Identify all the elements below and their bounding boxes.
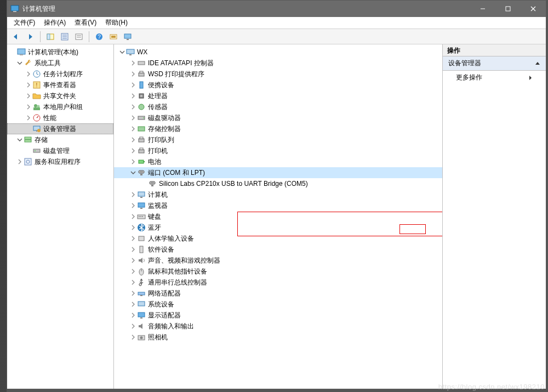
device-root[interactable]: WX	[114, 47, 442, 58]
printer-icon	[137, 70, 146, 78]
device-ports[interactable]: 端口 (COM 和 LPT)	[114, 167, 442, 178]
chevron-right-icon[interactable]	[129, 191, 137, 198]
device-bluetooth[interactable]: 蓝牙	[114, 222, 442, 233]
minimize-button[interactable]	[470, 1, 495, 17]
maximize-button[interactable]	[495, 1, 521, 17]
chevron-right-icon[interactable]	[25, 114, 32, 122]
device-network[interactable]: 网络适配器	[114, 288, 442, 299]
chevron-right-icon[interactable]	[129, 202, 137, 209]
menu-help[interactable]: 帮助(H)	[101, 17, 132, 29]
svg-rect-1	[13, 11, 16, 12]
chevron-down-icon[interactable]	[16, 59, 24, 67]
device-mice[interactable]: 鼠标和其他指针设备	[114, 266, 442, 277]
chevron-right-icon[interactable]	[129, 268, 137, 275]
tree-root[interactable]: 计算机管理(本地)	[7, 47, 113, 58]
list-button[interactable]	[72, 30, 85, 43]
chevron-right-icon[interactable]	[129, 114, 137, 122]
chevron-right-icon[interactable]	[129, 289, 137, 297]
tree-disk-management[interactable]: 磁盘管理	[7, 145, 113, 156]
device-sound[interactable]: 声音、视频和游戏控制器	[114, 255, 442, 266]
device-cpu[interactable]: 处理器	[114, 90, 442, 101]
expander-icon[interactable]	[9, 48, 17, 56]
menu-view[interactable]: 查看(V)	[70, 17, 101, 29]
device-software[interactable]: 软件设备	[114, 244, 442, 255]
chevron-right-icon[interactable]	[129, 70, 137, 78]
device-battery[interactable]: 电池	[114, 156, 442, 167]
chevron-right-icon[interactable]	[25, 70, 32, 78]
tree-label: 系统工具	[35, 59, 61, 68]
tree-storage[interactable]: 存储	[7, 134, 113, 145]
device-print-queues[interactable]: 打印队列	[114, 134, 442, 145]
close-button[interactable]	[521, 1, 546, 17]
tree-services[interactable]: 服务和应用程序	[7, 156, 113, 167]
console-tree[interactable]: 计算机管理(本地) 系统工具 任务计划程序	[7, 44, 114, 389]
device-sensors[interactable]: 传感器	[114, 101, 442, 112]
chevron-right-icon[interactable]	[129, 81, 137, 89]
chevron-right-icon[interactable]	[129, 224, 137, 231]
tree-shared-folders[interactable]: 共享文件夹	[7, 90, 113, 101]
tree-task-scheduler[interactable]: 任务计划程序	[7, 69, 113, 79]
device-usb-serial[interactable]: 通用串行总线控制器	[114, 277, 442, 288]
scan-button[interactable]	[107, 30, 120, 43]
properties-button[interactable]	[58, 30, 71, 43]
show-hide-tree-button[interactable]	[44, 30, 57, 43]
forward-button[interactable]	[24, 30, 37, 43]
chevron-right-icon[interactable]	[129, 147, 137, 155]
chevron-right-icon[interactable]	[129, 92, 137, 100]
chevron-right-icon[interactable]	[129, 279, 137, 286]
chevron-right-icon[interactable]	[25, 92, 32, 100]
device-printers[interactable]: 打印机	[114, 145, 442, 156]
chevron-right-icon[interactable]	[129, 257, 137, 264]
monitor-button[interactable]	[121, 30, 134, 43]
chevron-down-icon[interactable]	[129, 169, 137, 177]
collapse-arrow-icon[interactable]	[535, 61, 540, 66]
device-tree[interactable]: WX IDE ATA/ATAPI 控制器 WSD 打印提供程序 便携设备	[114, 44, 443, 389]
device-computer[interactable]: 计算机	[114, 189, 442, 200]
chevron-down-icon[interactable]	[118, 48, 126, 56]
titlebar[interactable]: 计算机管理	[7, 1, 546, 17]
tree-device-manager[interactable]: 设备管理器	[7, 123, 113, 134]
device-disk-drives[interactable]: 磁盘驱动器	[114, 112, 442, 123]
device-keyboards[interactable]: 键盘	[114, 211, 442, 222]
tree-event-viewer[interactable]: ! 事件查看器	[7, 79, 113, 90]
menu-file[interactable]: 文件(F)	[9, 17, 39, 29]
device-cameras[interactable]: 照相机	[114, 332, 442, 343]
device-wsd[interactable]: WSD 打印提供程序	[114, 69, 442, 79]
chevron-right-icon[interactable]	[129, 158, 137, 166]
tree-performance[interactable]: 性能	[7, 112, 113, 123]
device-storage-ctrl[interactable]: 存储控制器	[114, 123, 442, 134]
cpu-icon	[137, 92, 146, 100]
chevron-right-icon[interactable]	[129, 136, 137, 144]
chevron-right-icon[interactable]	[25, 81, 32, 89]
chevron-right-icon[interactable]	[129, 246, 137, 253]
chevron-right-icon[interactable]	[129, 103, 137, 111]
device-ide[interactable]: IDE ATA/ATAPI 控制器	[114, 58, 442, 69]
device-com5[interactable]: Silicon Labs CP210x USB to UART Bridge (…	[114, 178, 442, 189]
chevron-right-icon[interactable]	[129, 125, 137, 133]
chevron-right-icon[interactable]	[129, 59, 137, 67]
chevron-right-icon[interactable]	[129, 213, 137, 220]
chevron-right-icon[interactable]	[129, 311, 137, 319]
chevron-right-icon[interactable]	[25, 103, 32, 111]
tree-local-users[interactable]: 本地用户和组	[7, 101, 113, 112]
menu-action[interactable]: 操作(A)	[39, 17, 70, 29]
actions-section[interactable]: 设备管理器	[443, 56, 546, 71]
device-display[interactable]: 显示适配器	[114, 310, 442, 321]
back-button[interactable]	[9, 30, 22, 43]
chevron-right-icon[interactable]	[129, 322, 137, 330]
device-hid[interactable]: 人体学输入设备	[114, 233, 442, 244]
chevron-right-icon[interactable]	[129, 300, 137, 308]
chevron-right-icon[interactable]	[16, 158, 24, 166]
tree-system-tools[interactable]: 系统工具	[7, 58, 113, 69]
svg-rect-67	[138, 192, 145, 196]
device-monitors[interactable]: 监视器	[114, 200, 442, 211]
chevron-right-icon[interactable]	[129, 235, 137, 242]
more-actions-item[interactable]: 更多操作	[443, 71, 546, 84]
device-portable[interactable]: 便携设备	[114, 79, 442, 90]
help-button[interactable]: ?	[93, 30, 106, 43]
svg-text:!: !	[36, 82, 38, 88]
chevron-down-icon[interactable]	[16, 136, 24, 144]
device-audio-io[interactable]: 音频输入和输出	[114, 321, 442, 332]
chevron-right-icon[interactable]	[129, 333, 137, 341]
device-system-devices[interactable]: 系统设备	[114, 299, 442, 310]
